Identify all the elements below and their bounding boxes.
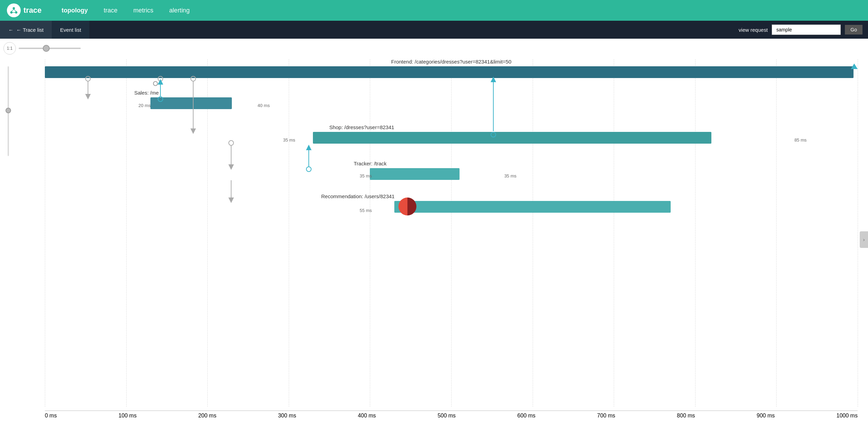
timeline-400: 400 ms — [358, 413, 376, 419]
nav-trace[interactable]: trace — [101, 6, 120, 16]
chevron-right-icon: › — [863, 237, 865, 242]
trace-list-label: ← Trace list — [16, 27, 43, 33]
nav-alerting[interactable]: alerting — [167, 6, 193, 16]
timeline-700: 700 ms — [597, 413, 615, 419]
sub-nav-left: ← ← Trace list Event list — [0, 21, 89, 39]
event-list-label: Event list — [60, 27, 81, 33]
timeline-500: 500 ms — [437, 413, 455, 419]
timeline-900: 900 ms — [757, 413, 775, 419]
zoom-slider[interactable] — [19, 45, 81, 52]
svg-point-17 — [306, 167, 311, 172]
frontend-label: Frontend: /categories/dresses?user=82341… — [45, 59, 858, 65]
view-request-label: view request — [739, 27, 768, 33]
event-list-button[interactable]: Event list — [52, 21, 89, 39]
timeline-0: 0 ms — [45, 413, 57, 419]
vertical-thumb[interactable] — [6, 108, 11, 113]
annotation-85ms: 85 ms — [795, 137, 807, 143]
timeline-1000: 1000 ms — [837, 413, 858, 419]
annotation-35ms-tracker-left: 35 ms — [359, 173, 372, 179]
nav-metrics[interactable]: metrics — [131, 6, 156, 16]
tracker-bar[interactable] — [370, 168, 459, 180]
timeline-300: 300 ms — [278, 413, 296, 419]
timeline-grid — [45, 59, 858, 407]
annotation-40ms: 40 ms — [258, 103, 270, 108]
error-indicator — [398, 197, 416, 215]
right-panel-toggle[interactable]: › — [860, 231, 868, 248]
logo: trace — [7, 3, 42, 17]
tracker-label: Tracker: /track — [354, 161, 386, 166]
logo-icon — [7, 3, 21, 17]
annotation-35ms-tracker-right: 35 ms — [504, 173, 516, 179]
timeline-800: 800 ms — [677, 413, 695, 419]
svg-line-3 — [11, 9, 14, 11]
timeline-600: 600 ms — [517, 413, 535, 419]
arrows-overlay — [17, 39, 868, 424]
timeline-100: 100 ms — [118, 413, 136, 419]
back-arrow-icon: ← — [8, 27, 13, 33]
sub-nav: ← ← Trace list Event list view request G… — [0, 21, 868, 39]
svg-point-0 — [13, 7, 15, 9]
frontend-bar[interactable] — [45, 66, 854, 78]
main-area: 1:1 Frontend: /categories/dresses?user=8… — [0, 39, 868, 424]
logo-text: trace — [23, 6, 42, 15]
recommendation-bar[interactable] — [394, 201, 671, 213]
annotation-35ms-shop: 35 ms — [283, 137, 295, 143]
shop-bar[interactable] — [313, 132, 711, 144]
top-nav: trace topology trace metrics alerting — [0, 0, 868, 21]
sales-label: Sales: /me — [134, 90, 159, 96]
trace-canvas: Frontend: /categories/dresses?user=82341… — [17, 39, 868, 424]
sales-bar[interactable] — [150, 97, 232, 109]
nav-topology[interactable]: topology — [59, 6, 91, 16]
go-button[interactable]: Go — [845, 25, 862, 35]
sub-nav-right: view request Go — [739, 25, 868, 35]
trace-list-button[interactable]: ← ← Trace list — [0, 21, 52, 39]
annotation-55ms: 55 ms — [359, 208, 372, 213]
recommendation-label: Recommendation: /users/82341 — [321, 193, 395, 199]
svg-line-4 — [14, 9, 16, 11]
annotation-20ms: 20 ms — [138, 103, 150, 108]
vertical-scrollbar[interactable] — [8, 66, 9, 156]
view-request-input[interactable] — [772, 25, 841, 35]
timeline-200: 200 ms — [198, 413, 216, 419]
svg-point-6 — [154, 81, 158, 86]
timeline-baseline — [45, 411, 858, 411]
timeline-labels: 0 ms 100 ms 200 ms 300 ms 400 ms 500 ms … — [45, 413, 858, 419]
svg-point-14 — [229, 141, 234, 145]
frontend-end-marker — [851, 64, 858, 69]
shop-label: Shop: /dresses?user=82341 — [329, 124, 394, 130]
zoom-ratio[interactable]: 1:1 — [3, 42, 16, 55]
